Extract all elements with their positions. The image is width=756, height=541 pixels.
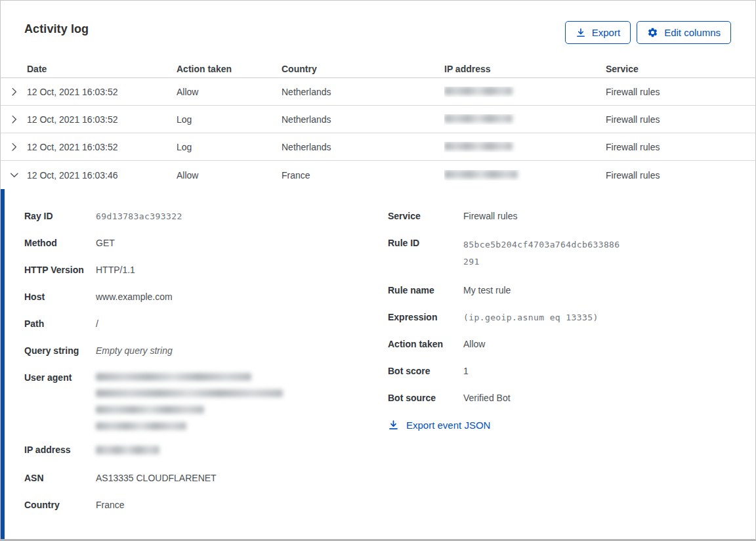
column-header-country: Country — [282, 64, 444, 74]
redacted-ip-address — [444, 170, 518, 179]
detail-field-expression: Expression (ip.geoip.asnum eq 13335) — [388, 311, 696, 324]
download-icon — [388, 420, 399, 431]
table-row[interactable]: 12 Oct, 2021 16:03:52 Log Netherlands Fi… — [1, 133, 755, 161]
activity-log-panel: Activity log Export Edit columns Date Ac… — [0, 0, 756, 541]
column-header-ip-address: IP address — [444, 64, 606, 74]
detail-field-bot-source: Bot source Verified Bot — [388, 391, 696, 405]
row-action-taken: Log — [177, 114, 282, 125]
download-icon — [576, 28, 586, 38]
row-service: Firewall rules — [606, 142, 755, 152]
topbar: Activity log Export Edit columns — [1, 1, 755, 60]
export-button-label: Export — [592, 27, 620, 38]
row-service: Firewall rules — [606, 170, 755, 181]
event-detail-panel: Ray ID 69d13783ac393322 Method GET HTTP … — [1, 189, 755, 539]
table-row[interactable]: 12 Oct, 2021 16:03:52 Log Netherlands Fi… — [1, 106, 755, 133]
detail-field-rule-id: Rule ID 85bce5b204cf4703a764dcb633886291 — [388, 236, 696, 270]
row-date: 12 Oct, 2021 16:03:52 — [27, 87, 177, 97]
chevron-right-icon[interactable] — [7, 141, 20, 154]
detail-field-bot-score: Bot score 1 — [388, 364, 696, 378]
export-event-json-link[interactable]: Export event JSON — [388, 420, 696, 431]
row-service: Firewall rules — [606, 114, 755, 125]
edit-columns-button-label: Edit columns — [664, 27, 721, 38]
redacted-ip-address — [444, 87, 513, 95]
redacted-ip-address — [444, 114, 513, 123]
row-date: 12 Oct, 2021 16:03:52 — [27, 142, 177, 152]
edit-columns-button[interactable]: Edit columns — [637, 21, 731, 44]
detail-field-asn: ASN AS13335 CLOUDFLARENET — [24, 471, 732, 485]
table-row-expanded[interactable]: 12 Oct, 2021 16:03:46 Allow France Firew… — [1, 161, 755, 189]
detail-field-ip-address: IP address — [24, 443, 732, 458]
redacted-ip-address — [444, 142, 513, 150]
table-row[interactable]: 12 Oct, 2021 16:03:52 Allow Netherlands … — [1, 78, 755, 106]
detail-field-service: Service Firewall rules — [388, 209, 696, 223]
export-button[interactable]: Export — [565, 21, 631, 44]
toolbar: Export Edit columns — [565, 21, 731, 44]
row-date: 12 Oct, 2021 16:03:46 — [27, 170, 177, 181]
row-action-taken: Allow — [177, 170, 282, 181]
export-event-json-label: Export event JSON — [406, 420, 490, 431]
row-date: 12 Oct, 2021 16:03:52 — [27, 114, 177, 125]
detail-field-rule-name: Rule name My test rule — [388, 284, 696, 297]
row-action-taken: Allow — [177, 87, 282, 97]
row-service: Firewall rules — [606, 87, 755, 97]
row-country: Netherlands — [282, 114, 444, 125]
column-header-date: Date — [27, 64, 177, 74]
redacted-ip-address — [96, 446, 159, 454]
table-header: Date Action taken Country IP address Ser… — [1, 60, 755, 78]
column-header-service: Service — [606, 64, 755, 74]
page-title: Activity log — [24, 22, 89, 36]
row-country: France — [282, 170, 444, 181]
detail-field-country: Country France — [24, 498, 732, 512]
redacted-user-agent — [96, 371, 283, 430]
row-country: Netherlands — [282, 142, 444, 152]
column-header-action-taken: Action taken — [177, 64, 282, 74]
chevron-right-icon[interactable] — [7, 85, 20, 98]
row-country: Netherlands — [282, 87, 444, 97]
detail-field-action-taken: Action taken Allow — [388, 337, 696, 351]
detail-right-column: Service Firewall rules Rule ID 85bce5b20… — [388, 209, 696, 431]
gear-icon — [647, 27, 658, 38]
chevron-right-icon[interactable] — [7, 113, 20, 126]
chevron-down-icon[interactable] — [7, 169, 20, 182]
row-action-taken: Log — [177, 142, 282, 152]
